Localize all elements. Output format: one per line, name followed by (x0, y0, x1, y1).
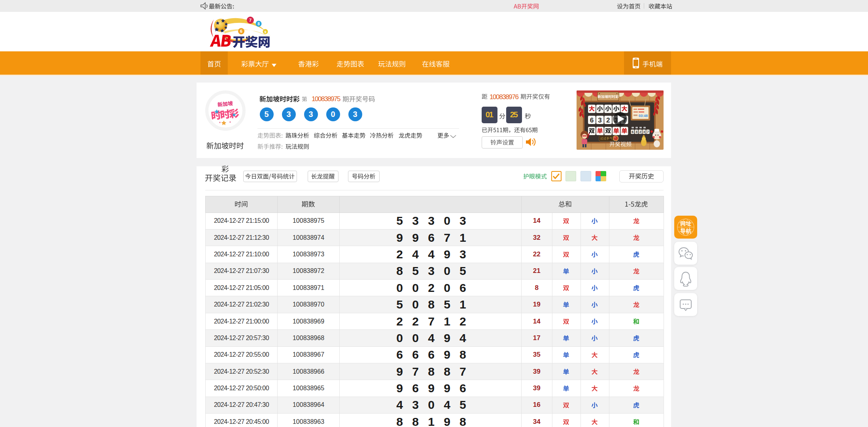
svg-text:2: 2 (606, 117, 610, 124)
svg-text:3: 3 (643, 130, 645, 134)
svg-text:9: 9 (264, 30, 266, 34)
svg-text:03:48: 03:48 (639, 114, 648, 118)
svg-text:6: 6 (632, 130, 634, 134)
svg-text:7: 7 (647, 130, 649, 134)
svg-text:8: 8 (257, 22, 260, 26)
svg-text:6: 6 (240, 29, 242, 34)
svg-text:7: 7 (249, 18, 252, 23)
svg-text:3: 3 (598, 117, 601, 124)
svg-text:3: 3 (635, 130, 637, 134)
svg-text:6: 6 (590, 117, 594, 124)
svg-text:2: 2 (639, 130, 641, 134)
